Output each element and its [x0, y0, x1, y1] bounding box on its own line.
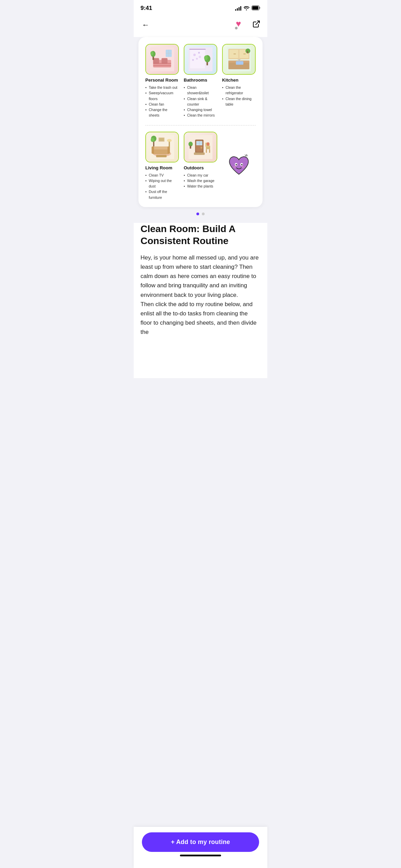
- svg-line-2: [256, 21, 259, 25]
- svg-rect-8: [153, 65, 171, 67]
- battery-icon: [252, 5, 260, 11]
- article-section: Clean Room: Build A Consistent Routine H…: [134, 223, 267, 378]
- svg-point-25: [204, 56, 208, 60]
- svg-point-18: [193, 53, 196, 56]
- svg-rect-60: [194, 152, 205, 155]
- status-bar: 9:41: [134, 0, 267, 14]
- rooms-card: Personal Room Take the trash out Sweep/v…: [138, 37, 263, 207]
- back-button[interactable]: ←: [141, 19, 151, 31]
- svg-point-20: [196, 58, 198, 60]
- room-image-kitchen: [222, 44, 256, 75]
- room-image-out: [184, 132, 217, 162]
- svg-rect-43: [151, 146, 154, 154]
- room-item-outdoors: Outdoors Clean my car Wash the garage Wa…: [184, 132, 217, 200]
- svg-point-19: [198, 52, 200, 53]
- home-indicator: [142, 852, 259, 858]
- svg-point-14: [150, 51, 154, 55]
- svg-rect-45: [156, 155, 167, 157]
- home-bar: [180, 855, 221, 856]
- article-body: Hey, is your home all messed up, and you…: [141, 253, 260, 337]
- svg-point-21: [192, 59, 194, 61]
- svg-rect-6: [161, 58, 168, 64]
- signal-icon: [235, 6, 241, 11]
- svg-rect-36: [243, 53, 246, 54]
- room-image-bath: [184, 45, 217, 74]
- room-name-outdoors: Outdoors: [184, 165, 217, 170]
- room-tasks-bathroom: Clean shower&toilet Clean sink & counter…: [184, 85, 217, 118]
- dot-2: [202, 213, 205, 215]
- heart-mascot: [225, 152, 253, 180]
- pagination: [134, 213, 267, 215]
- share-button[interactable]: [252, 20, 260, 30]
- room-image-kitch: [223, 45, 255, 74]
- article-title: Clean Room: Build A Consistent Routine: [141, 223, 260, 247]
- favorite-button[interactable]: ♥ ●: [234, 19, 247, 32]
- room-item-kitchen: Kitchen Clean the refrigerator Clean the…: [222, 44, 256, 118]
- svg-rect-63: [206, 149, 207, 153]
- room-image-living: [145, 132, 179, 162]
- status-time: 9:41: [141, 5, 152, 12]
- status-icons: [235, 5, 260, 11]
- svg-rect-64: [209, 149, 210, 153]
- svg-point-56: [200, 147, 202, 148]
- room-item-living: Living Room Clean TV Wiping out the dust…: [145, 132, 179, 200]
- heart-gray-icon: ●: [234, 24, 238, 32]
- room-image-personal: [145, 44, 179, 75]
- svg-point-79: [242, 166, 244, 168]
- room-tasks-outdoors: Clean my car Wash the garage Water the p…: [184, 172, 217, 189]
- dot-1: [196, 213, 199, 215]
- svg-rect-17: [190, 49, 206, 50]
- room-image-outdoors: [184, 132, 217, 162]
- room-name-living: Living Room: [145, 165, 179, 170]
- room-item-personal: Personal Room Take the trash out Sweep/v…: [145, 44, 179, 118]
- add-routine-button[interactable]: + Add to my routine: [142, 832, 259, 852]
- room-image-liv: [146, 132, 178, 162]
- top-room-grid: Personal Room Take the trash out Sweep/v…: [145, 44, 256, 118]
- room-tasks-living: Clean TV Wiping out the dust Dust off th…: [145, 172, 179, 200]
- room-name-personal: Personal Room: [145, 77, 179, 83]
- svg-rect-52: [159, 138, 164, 141]
- bottom-bar: + Add to my routine: [134, 827, 267, 868]
- svg-rect-35: [233, 53, 236, 54]
- room-name-kitchen: Kitchen: [222, 77, 256, 83]
- svg-rect-67: [190, 145, 191, 148]
- svg-point-65: [207, 142, 210, 146]
- wifi-icon: [243, 5, 250, 11]
- mascot-container: [222, 132, 256, 200]
- room-image-bathroom: [184, 44, 217, 75]
- room-tasks-kitchen: Clean the refrigerator Clean the dining …: [222, 85, 256, 107]
- divider: [145, 125, 256, 125]
- header-right: ♥ ●: [234, 19, 260, 32]
- svg-rect-42: [153, 146, 169, 149]
- header: ← ♥ ●: [134, 14, 267, 37]
- svg-rect-29: [236, 61, 243, 65]
- svg-point-76: [236, 164, 237, 164]
- bottom-room-grid: Living Room Clean TV Wiping out the dust…: [145, 132, 256, 200]
- svg-rect-7: [153, 63, 171, 64]
- svg-point-22: [199, 56, 201, 58]
- svg-point-50: [167, 139, 172, 142]
- room-item-bathroom: Bathrooms Clean shower&toilet Clean sink…: [184, 44, 217, 118]
- room-image-bedroom: [146, 45, 178, 74]
- svg-rect-49: [169, 141, 170, 147]
- room-tasks-personal: Take the trash out Sweep/vacuum floors C…: [145, 85, 179, 118]
- room-name-bathroom: Bathrooms: [184, 77, 217, 83]
- svg-rect-38: [247, 51, 248, 53]
- svg-point-78: [233, 166, 236, 168]
- svg-point-77: [242, 164, 242, 164]
- svg-point-48: [151, 137, 155, 142]
- svg-rect-1: [252, 6, 258, 10]
